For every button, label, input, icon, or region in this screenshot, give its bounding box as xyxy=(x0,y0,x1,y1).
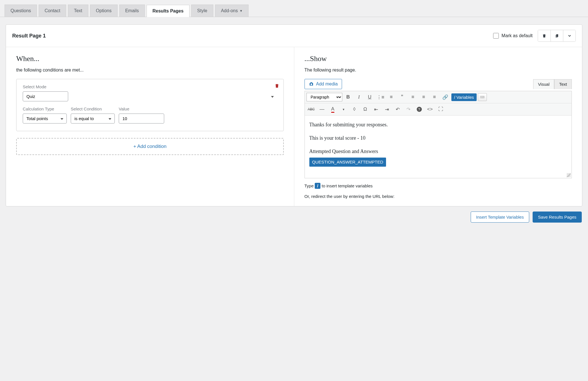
add-media-button[interactable]: Add media xyxy=(305,79,342,89)
caret-down-icon: ▼ xyxy=(342,108,345,111)
bold-button[interactable]: B xyxy=(343,92,353,102)
editor-tab-text[interactable]: Text xyxy=(554,79,572,89)
panel-actions xyxy=(538,30,576,42)
text-color-icon: A xyxy=(331,106,334,113)
resize-handle[interactable] xyxy=(567,173,571,177)
tab-results-pages[interactable]: Results Pages xyxy=(147,5,189,17)
calc-type-dropdown[interactable]: Total points xyxy=(23,114,67,123)
help-button[interactable]: ? xyxy=(414,104,424,114)
duplicate-page-button[interactable] xyxy=(551,30,563,41)
camera-icon xyxy=(309,81,314,87)
mark-default-input[interactable] xyxy=(493,33,499,39)
text-color-button[interactable]: A xyxy=(328,104,338,114)
editor-tab-visual[interactable]: Visual xyxy=(533,79,554,89)
code-icon: <> xyxy=(427,106,433,112)
numbered-list-button[interactable]: ≡ xyxy=(387,92,396,102)
expand-page-button[interactable] xyxy=(563,30,576,41)
footer-actions: Insert Template Variables Save Results P… xyxy=(0,206,588,228)
special-char-button[interactable]: Ω xyxy=(360,104,370,114)
editor-content[interactable]: Thanks for submitting your responses. Th… xyxy=(305,116,572,178)
blockquote-button[interactable]: ” xyxy=(397,92,407,102)
select-mode-dropdown[interactable]: Quiz xyxy=(23,91,68,101)
caret-down-icon: ▼ xyxy=(239,9,243,12)
redo-button[interactable]: ↷ xyxy=(404,104,413,114)
select-mode-label: Select Mode xyxy=(23,84,277,89)
slash-key: / xyxy=(315,183,320,189)
editor: Paragraph B I U ⋮≡ ≡ ” ≡ ≡ ≡ 🔗 / Variabl… xyxy=(305,91,572,178)
align-left-button[interactable]: ≡ xyxy=(408,92,418,102)
horizontal-rule-button[interactable]: ― xyxy=(317,104,327,114)
content-line-3: Attempted Question and Answers xyxy=(309,147,567,156)
add-media-label: Add media xyxy=(316,81,338,87)
when-column: When... the following conditions are met… xyxy=(6,47,294,206)
tab-style[interactable]: Style xyxy=(191,5,213,17)
indent-button[interactable]: ⇥ xyxy=(382,104,392,114)
undo-button[interactable]: ↶ xyxy=(393,104,403,114)
show-column: ...Show The following result page. Add m… xyxy=(294,47,582,206)
redirect-hint: Or, redirect the user by entering the UR… xyxy=(305,194,572,199)
save-results-pages-button[interactable]: Save Results Pages xyxy=(533,212,582,223)
trash-icon xyxy=(274,83,280,88)
panel-title: Result Page 1 xyxy=(12,33,493,39)
mark-default-checkbox[interactable]: Mark as default xyxy=(493,33,533,39)
variables-button[interactable]: / Variables xyxy=(451,93,477,101)
condition-dropdown[interactable]: is equal to xyxy=(71,114,115,123)
tab-text[interactable]: Text xyxy=(68,5,88,17)
insert-template-variables-button[interactable]: Insert Template Variables xyxy=(471,212,529,223)
calc-type-label: Calculation Type xyxy=(23,106,67,111)
redo-icon: ↷ xyxy=(406,106,410,112)
tab-options[interactable]: Options xyxy=(90,5,118,17)
link-icon: 🔗 xyxy=(442,94,448,100)
undo-icon: ↶ xyxy=(396,106,400,112)
strikethrough-icon: ABC xyxy=(308,107,315,111)
outdent-icon: ⇤ xyxy=(374,106,378,112)
fullscreen-button[interactable]: ⛶ xyxy=(436,104,446,114)
show-title: ...Show xyxy=(305,55,572,63)
hr-icon: ― xyxy=(320,106,324,112)
add-condition-button[interactable]: + Add condition xyxy=(16,138,284,155)
tab-questions[interactable]: Questions xyxy=(5,5,37,17)
text-color-dropdown[interactable]: ▼ xyxy=(339,104,349,114)
bullet-list-button[interactable]: ⋮≡ xyxy=(376,92,385,102)
condition-label: Select Condition xyxy=(71,106,115,111)
value-input[interactable] xyxy=(119,114,164,123)
panel-body: When... the following conditions are met… xyxy=(6,47,582,206)
align-right-button[interactable]: ≡ xyxy=(430,92,439,102)
outdent-button[interactable]: ⇤ xyxy=(371,104,381,114)
value-label: Value xyxy=(119,106,164,111)
underline-button[interactable]: U xyxy=(365,92,375,102)
underline-icon: U xyxy=(368,94,371,100)
tab-contact[interactable]: Contact xyxy=(39,5,66,17)
code-button[interactable]: <> xyxy=(425,104,435,114)
tab-addons[interactable]: Add-ons ▼ xyxy=(215,5,249,17)
delete-condition-button[interactable] xyxy=(274,83,280,89)
link-button[interactable]: 🔗 xyxy=(441,92,450,102)
italic-button[interactable]: I xyxy=(354,92,364,102)
bullet-list-icon: ⋮≡ xyxy=(377,94,384,100)
eraser-icon: ◊ xyxy=(353,106,355,112)
delete-page-button[interactable] xyxy=(538,30,551,41)
align-center-icon: ≡ xyxy=(422,94,425,100)
strikethrough-button[interactable]: ABC xyxy=(306,104,316,114)
content-line-2: This is your total score - 10 xyxy=(309,134,567,142)
content-line-1: Thanks for submitting your responses. xyxy=(309,121,567,129)
clear-format-button[interactable]: ◊ xyxy=(350,104,359,114)
when-title: When... xyxy=(16,55,284,63)
variable-pill[interactable]: QUESTION_ANSWER_ATTEMPTED xyxy=(309,158,386,167)
editor-header-row: Add media Visual Text xyxy=(305,79,572,89)
align-center-button[interactable]: ≡ xyxy=(419,92,429,102)
italic-icon: I xyxy=(358,94,360,100)
panel-header: Result Page 1 Mark as default xyxy=(6,25,582,47)
keyboard-toggle-button[interactable]: ⌨ xyxy=(478,93,487,101)
bold-icon: B xyxy=(346,94,350,100)
main-tabs: Questions Contact Text Options Emails Re… xyxy=(0,0,588,17)
tab-emails[interactable]: Emails xyxy=(119,5,145,17)
show-subtitle: The following result page. xyxy=(305,68,572,73)
editor-toolbar-row2: ABC ― A ▼ ◊ Ω ⇤ ⇥ ↶ ↷ ? <> ⛶ xyxy=(305,103,572,116)
chevron-down-icon xyxy=(567,34,572,38)
align-left-icon: ≡ xyxy=(412,94,414,100)
keyboard-icon: ⌨ xyxy=(480,95,485,99)
paragraph-format-dropdown[interactable]: Paragraph xyxy=(306,93,342,101)
condition-box: Select Mode Quiz Calculation Type Total … xyxy=(16,79,284,131)
fullscreen-icon: ⛶ xyxy=(438,106,443,112)
